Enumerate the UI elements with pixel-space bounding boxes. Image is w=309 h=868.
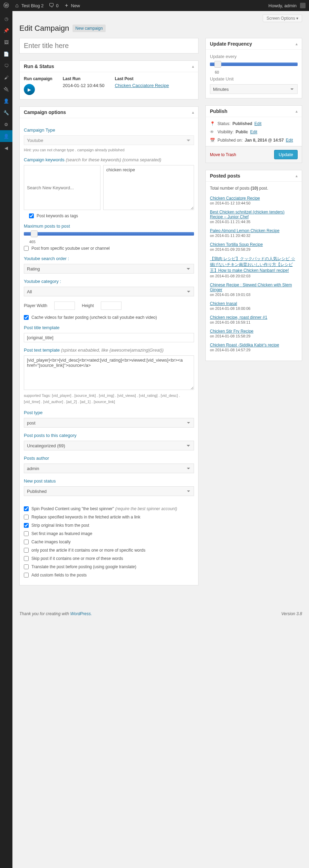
cache-videos-label: Cache videos for faster posting (uncheck…: [31, 315, 157, 320]
posted-item: Paleo Almond Lemon Chicken Recipeon 2014…: [210, 228, 298, 238]
pin-icon: 📍: [210, 121, 215, 126]
campaign-type-label: Campaign Type: [24, 127, 194, 133]
publish-header[interactable]: Publish▴: [206, 106, 302, 117]
posted-link[interactable]: Paleo Almond Lemon Chicken Recipe: [210, 228, 279, 233]
posted-link[interactable]: 【鶏肉 レシピ】クックパッドの人気レシピ ☆揚げないチキン南蛮おいしい作り方【レ…: [210, 256, 295, 273]
sidebar-posts[interactable]: 📌: [0, 25, 12, 36]
published-value: Jan 8, 2014 @ 14:57: [245, 138, 284, 143]
player-width-label: Player Width: [24, 303, 47, 308]
search-order-select[interactable]: Rating: [24, 264, 194, 274]
post-type-select[interactable]: post: [24, 418, 194, 428]
site-link[interactable]: ⌂Test Blog 2: [14, 3, 44, 8]
admin-bar: ⓦ ⌂Test Blog 2 🗨0 +New Howdy, admin: [0, 0, 309, 11]
posted-posts-box: Posted posts▴ Total number of posts (10)…: [205, 170, 302, 361]
translate-label: Translate the post before posting (using…: [31, 564, 136, 569]
cache-images-checkbox[interactable]: [24, 540, 29, 544]
posted-date: on 2014-01-08 20:02:03: [210, 274, 250, 278]
translate-checkbox[interactable]: [24, 564, 29, 569]
plus-icon: +: [64, 3, 69, 8]
campaign-options-header[interactable]: Campaign options▴: [20, 107, 198, 118]
sidebar-collapse[interactable]: ◀: [0, 142, 12, 154]
campaign-title-input[interactable]: [19, 38, 199, 54]
update-unit-select[interactable]: Minutes: [210, 84, 298, 94]
play-button[interactable]: ▶: [24, 84, 35, 95]
admin-sidebar: ◷ 📌 🖼 📄 🗨 🖌 🔌 👤 🔧 ⚙ 👤 ◀: [0, 11, 12, 621]
title-template-input[interactable]: [24, 333, 194, 342]
only-post-if-checkbox[interactable]: [24, 548, 29, 553]
spin-label: Spin Posted Content using "the best spin…: [31, 506, 177, 511]
post-category-label: Post posts to this category: [24, 433, 194, 438]
posted-item: Chicken Stir Fry Recipeon 2014-01-08 15:…: [210, 329, 298, 338]
featured-image-checkbox[interactable]: [24, 531, 29, 536]
new-campaign-button[interactable]: New campaign: [73, 25, 105, 32]
height-label: Height: [82, 303, 94, 308]
post-category-select[interactable]: Uncategorized (69): [24, 441, 194, 450]
screen-options-button[interactable]: Screen Options ▾: [263, 15, 302, 22]
max-posts-label: Maximum posts to post: [24, 223, 194, 229]
posted-item: Chinese Recipe : Stewed Chicken with Ste…: [210, 283, 298, 297]
run-status-header[interactable]: Run & Status▴: [20, 61, 198, 72]
cache-videos-checkbox[interactable]: [24, 315, 29, 320]
trash-link[interactable]: Move to Trash: [210, 152, 236, 157]
posted-item: Chicken Cacciatore Recipeon 2014-01-12 1…: [210, 196, 298, 206]
sidebar-plugins[interactable]: 🔌: [0, 83, 12, 95]
published-edit-link[interactable]: Edit: [286, 138, 293, 143]
last-post-link[interactable]: Chicken Cacciatore Recipe: [115, 83, 169, 88]
keywords-label: Campaign keywords (search for these keyw…: [24, 157, 194, 162]
custom-fields-checkbox[interactable]: [24, 573, 29, 578]
sidebar-tools[interactable]: 🔧: [0, 107, 12, 118]
sidebar-dashboard[interactable]: ◷: [0, 13, 12, 25]
sidebar-appearance[interactable]: 🖌: [0, 71, 12, 83]
sidebar-settings[interactable]: ⚙: [0, 118, 12, 130]
wp-logo-icon[interactable]: ⓦ: [3, 3, 9, 8]
status-select[interactable]: Published: [24, 486, 194, 496]
skip-if-checkbox[interactable]: [24, 556, 29, 561]
max-posts-slider[interactable]: 465: [24, 232, 194, 236]
posted-link[interactable]: Chicken Tortilla Soup Recipe: [210, 242, 263, 247]
spin-checkbox[interactable]: [24, 506, 29, 511]
author-select[interactable]: admin: [24, 464, 194, 473]
total-posts: Total number of posts (10) post.: [210, 186, 298, 191]
height-input[interactable]: [101, 302, 122, 310]
update-every-slider[interactable]: 60: [210, 63, 298, 66]
howdy-link[interactable]: Howdy, admin: [269, 3, 306, 8]
publish-box: Publish▴ 📍Status: Published Edit 👁Visibi…: [205, 105, 302, 163]
campaign-type-select[interactable]: Youtube: [24, 135, 194, 145]
run-campaign-label: Run campaign: [24, 76, 52, 81]
posted-link[interactable]: Chinese Recipe : Stewed Chicken with Ste…: [210, 283, 292, 292]
post-keywords-tags-checkbox[interactable]: [29, 213, 34, 218]
visibility-edit-link[interactable]: Edit: [250, 130, 257, 134]
sidebar-comments[interactable]: 🗨: [0, 60, 12, 71]
sidebar-pages[interactable]: 📄: [0, 48, 12, 60]
update-frequency-header[interactable]: Update Frequency▴: [206, 38, 302, 50]
posted-date: on 2014-01-08 16:59:11: [210, 320, 250, 324]
comments-link[interactable]: 🗨0: [49, 3, 58, 8]
posted-link[interactable]: Chicken Stir Fry Recipe: [210, 329, 253, 334]
posted-link[interactable]: Chicken Inasal: [210, 301, 237, 306]
posted-link[interactable]: Chicken Cacciatore Recipe: [210, 196, 260, 201]
posted-link[interactable]: Best Chicken schnitzel (chicken tenders)…: [210, 210, 284, 219]
update-frequency-box: Update Frequency▴ Update every 60 Update…: [205, 38, 302, 98]
replace-keywords-checkbox[interactable]: [24, 515, 29, 519]
posted-posts-header[interactable]: Posted posts▴: [206, 170, 302, 182]
player-width-input[interactable]: [54, 302, 75, 310]
posted-link[interactable]: Chicken Roast -Siddika Kabir's recipe: [210, 343, 279, 347]
update-unit-label: Update Unit: [210, 76, 298, 82]
specific-user-checkbox[interactable]: [24, 246, 29, 251]
new-link[interactable]: +New: [64, 3, 80, 8]
category-select[interactable]: All: [24, 287, 194, 296]
post-type-label: Post type: [24, 410, 194, 415]
keywords-textarea[interactable]: chicken recipe: [103, 165, 194, 210]
supported-tags: supported Tags: [vid_player] . [source_l…: [24, 393, 194, 405]
keyword-search-input[interactable]: [24, 165, 100, 210]
wordpress-link[interactable]: WordPress.: [70, 611, 92, 616]
sidebar-campaign[interactable]: 👤: [0, 130, 12, 142]
update-every-label: Update every: [210, 54, 298, 59]
sidebar-media[interactable]: 🖼: [0, 36, 12, 48]
sidebar-users[interactable]: 👤: [0, 95, 12, 107]
text-template-textarea[interactable]: [vid_player]<br>[vid_desc]<br>rated:[vid…: [24, 355, 194, 390]
posted-link[interactable]: Chicken recipe, roast dinner #1: [210, 315, 267, 320]
strip-links-checkbox[interactable]: [24, 523, 29, 528]
update-button[interactable]: Update: [274, 150, 298, 159]
status-edit-link[interactable]: Edit: [254, 121, 262, 126]
